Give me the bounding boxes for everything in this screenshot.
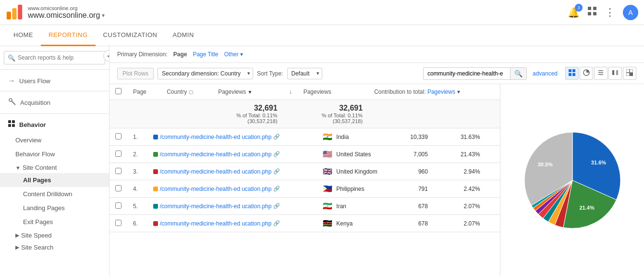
row-checkbox[interactable] — [115, 168, 122, 174]
dim-option-other[interactable]: Other ▾ — [224, 51, 243, 58]
svg-point-27 — [189, 90, 193, 94]
notification-badge: 3 — [575, 4, 583, 12]
site-url-main[interactable]: www.omicsonline.org ▾ — [28, 11, 105, 20]
th-checkbox — [109, 84, 127, 100]
row-num-cell: 4. — [127, 180, 147, 198]
sidebar-subitem-behavior-flow[interactable]: Behavior Flow — [0, 147, 109, 161]
svg-rect-13 — [569, 69, 571, 72]
row-page-cell: /community-medicine-health-ed ucation.ph… — [147, 146, 317, 163]
select-all-checkbox[interactable] — [115, 88, 122, 94]
pie-label: 30.5% — [537, 162, 552, 167]
page-color-dot — [153, 169, 158, 174]
row-checkbox-cell — [109, 198, 127, 215]
sidebar-group-site-content[interactable]: ▼ Site Content — [0, 161, 109, 173]
top-bar-right: 🔔 3 ⋮ A — [568, 5, 638, 20]
search-filter-button[interactable]: 🔍 — [510, 68, 526, 79]
external-link-icon[interactable]: 🔗 — [273, 220, 280, 226]
search-filter-input[interactable] — [424, 68, 510, 79]
sort-type-select[interactable]: Default — [287, 68, 322, 79]
dim-option-page[interactable]: Page — [173, 51, 187, 58]
row-checkbox[interactable] — [115, 133, 122, 139]
external-link-icon[interactable]: 🔗 — [273, 134, 280, 140]
sidebar-item-users-flow[interactable]: → Users Flow — [0, 73, 109, 89]
summary-row: 32,691 % of Total: 0.11% (30,537,218) 32… — [109, 100, 500, 128]
tab-customization[interactable]: CUSTOMIZATION — [96, 25, 165, 46]
page-color-dot — [153, 221, 158, 226]
row-separator — [434, 198, 448, 215]
row-checkbox[interactable] — [115, 185, 122, 191]
sidebar-subitem-content-drilldown[interactable]: Content Drilldown — [0, 187, 109, 201]
page-link[interactable]: /community-medicine-health-ed ucation.ph… — [160, 151, 272, 158]
contribution-select[interactable]: Pageviews — [427, 88, 456, 95]
page-link[interactable]: /community-medicine-health-ed ucation.ph… — [160, 203, 272, 210]
summary-pageviews-1: 32,691 % of Total: 0.11% (30,537,218) — [212, 100, 283, 128]
row-pageviews-2: 2.42% — [448, 180, 486, 198]
view-list-button[interactable] — [594, 67, 608, 80]
external-link-icon[interactable]: 🔗 — [273, 203, 280, 209]
search-input[interactable] — [4, 51, 105, 64]
secondary-dimension-select[interactable]: Secondary dimension: Country — [158, 68, 253, 79]
external-link-icon[interactable]: 🔗 — [273, 151, 280, 157]
th-pageviews-1[interactable]: Pageviews ▼ — [212, 84, 283, 100]
apps-grid-button[interactable] — [587, 6, 597, 18]
svg-rect-4 — [593, 7, 596, 10]
view-grid-button[interactable] — [565, 67, 579, 80]
sidebar-item-label-users-flow: Users Flow — [19, 77, 50, 85]
sidebar-subitem-exit-pages[interactable]: Exit Pages — [0, 215, 109, 229]
sidebar-item-acquisition[interactable]: Acquisition — [0, 93, 109, 112]
page-link[interactable]: /community-medicine-health-ed ucation.ph… — [160, 186, 272, 192]
th-download[interactable]: ↓ — [283, 84, 298, 100]
secondary-dimension-select-wrap: Secondary dimension: Country ▾ — [158, 68, 253, 79]
search-filter-wrap: 🔍 — [423, 67, 527, 80]
svg-rect-25 — [626, 73, 630, 76]
sidebar-group-site-speed[interactable]: ▶ Site Speed — [0, 229, 109, 241]
view-icons — [565, 67, 636, 80]
row-checkbox[interactable] — [115, 202, 122, 209]
user-avatar[interactable]: A — [623, 5, 638, 20]
sidebar-item-behavior[interactable]: Behavior — [0, 116, 109, 133]
tab-reporting[interactable]: REPORTING — [41, 25, 96, 46]
view-pivot-button[interactable] — [623, 67, 636, 80]
row-checkbox-cell — [109, 163, 127, 180]
row-checkbox-cell — [109, 146, 127, 163]
compare-view-icon — [612, 69, 619, 76]
summary-pageviews-2: 32,691 % of Total: 0.11% (30,537,218) — [298, 100, 369, 128]
table-row: 5. /community-medicine-health-ed ucation… — [109, 198, 500, 215]
data-rows-table: 1. /community-medicine-health-ed ucation… — [109, 128, 500, 232]
row-checkbox[interactable] — [115, 220, 122, 226]
row-contribution — [486, 146, 500, 163]
site-speed-label: Site Speed — [21, 232, 52, 239]
svg-rect-22 — [616, 70, 618, 75]
svg-rect-14 — [572, 69, 575, 72]
page-link[interactable]: /community-medicine-health-ed ucation.ph… — [160, 168, 272, 175]
grid-view-icon — [569, 69, 575, 76]
page-link[interactable]: /community-medicine-health-ed ucation.ph… — [160, 134, 272, 140]
sidebar-group-site-search[interactable]: ▶ Site Search — [0, 241, 109, 253]
view-pie-button[interactable] — [580, 67, 593, 80]
svg-rect-9 — [8, 120, 11, 123]
row-contribution — [486, 163, 500, 180]
sidebar-subitem-landing-pages[interactable]: Landing Pages — [0, 201, 109, 215]
tab-home[interactable]: HOME — [6, 25, 41, 46]
dim-option-page-title[interactable]: Page Title — [193, 51, 218, 58]
site-speed-arrow: ▶ — [15, 232, 19, 238]
plot-rows-button[interactable]: Plot Rows — [117, 68, 154, 79]
page-link[interactable]: /community-medicine-health-ed ucation.ph… — [160, 220, 272, 227]
sidebar-subitem-all-pages[interactable]: All Pages — [0, 173, 109, 187]
site-dropdown-arrow[interactable]: ▾ — [102, 12, 105, 19]
external-link-icon[interactable]: 🔗 — [273, 168, 280, 175]
row-checkbox[interactable] — [115, 151, 122, 157]
row-country-cell: 🇮🇳 India — [317, 128, 398, 146]
notification-button[interactable]: 🔔 3 — [568, 7, 580, 18]
advanced-link[interactable]: advanced — [533, 70, 558, 77]
view-compare-button[interactable] — [608, 67, 622, 80]
contribution-label: Contribution to total: — [374, 88, 427, 95]
more-options-button[interactable]: ⋮ — [605, 6, 615, 19]
external-link-icon[interactable]: 🔗 — [273, 186, 280, 192]
tab-admin[interactable]: ADMIN — [165, 25, 201, 46]
top-bar-left: www.omicsonline.org www.omicsonline.org … — [6, 4, 105, 21]
grid-icon — [587, 6, 597, 16]
sidebar-subitem-overview[interactable]: Overview — [0, 133, 109, 147]
sidebar-item-label-acquisition: Acquisition — [20, 99, 50, 106]
country-name: Philippines — [336, 186, 364, 192]
